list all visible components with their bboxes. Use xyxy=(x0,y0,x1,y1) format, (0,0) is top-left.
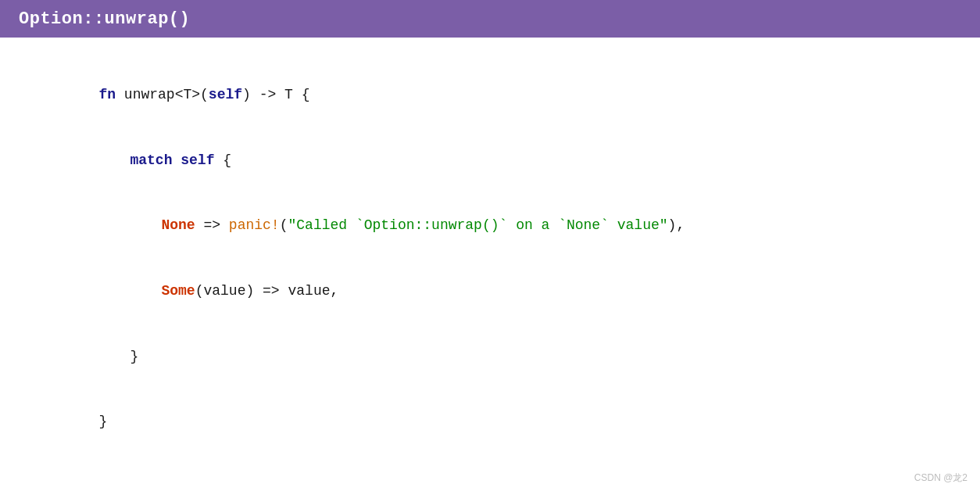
code-block: fn unwrap<T>(self) -> T { match self { N… xyxy=(31,63,949,491)
code-line-outer-brace: } xyxy=(31,389,949,455)
code-line-match: match self { xyxy=(63,128,949,194)
content-area: fn unwrap<T>(self) -> T { match self { N… xyxy=(0,38,980,491)
title-text: Option::unwrap() xyxy=(19,9,190,29)
code-line-fn-sig: fn unwrap<T>(self) -> T { xyxy=(31,63,949,128)
watermark: CSDN @龙2 xyxy=(914,471,967,485)
page-container: Option::unwrap() fn unwrap<T>(self) -> T… xyxy=(0,0,980,491)
code-line-some: Some(value) => value, xyxy=(94,259,949,324)
code-line-let-x: let x = foo().unwrap(); xyxy=(31,477,949,491)
code-line-none: None => panic!("Called `Option::unwrap()… xyxy=(94,193,949,259)
code-line-blank xyxy=(31,455,949,477)
title-bar: Option::unwrap() xyxy=(0,0,980,38)
kw-fn: fn xyxy=(98,87,123,102)
code-line-inner-brace: } xyxy=(63,324,949,390)
